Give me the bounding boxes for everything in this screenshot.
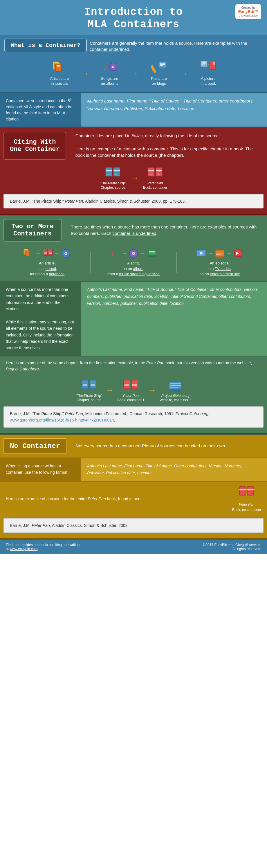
svg-text:▶: ▶: [236, 251, 239, 255]
footer-left: Find more guides and tools on citing and…: [6, 543, 79, 551]
logo-name: EasyBib™: [238, 9, 258, 14]
no-container-format-right: Author's Last name, First name. Title of…: [81, 458, 267, 481]
icon-item-book: → A picturein a book: [200, 59, 217, 86]
arrow-1: →: [81, 59, 89, 86]
svg-rect-78: [216, 257, 224, 258]
svg-rect-14: [160, 68, 165, 69]
print-example-icon: Peter PanBook, no container: [232, 485, 261, 513]
citation-box-one: Barrie, J.M. "The Pirate Ship." Peter Pa…: [3, 194, 264, 209]
what-container-section: What is a Container? Containers are gene…: [0, 35, 267, 56]
peter-pan-example-desc: Here is an example of the same chapter, …: [0, 355, 267, 376]
arrow-2: →: [130, 59, 139, 86]
diagram-arrow-1: →: [131, 173, 139, 183]
container2-label: Project GutenbergWebsite, container 2: [160, 394, 191, 403]
format-section: Containers were introduced in the 8th ed…: [0, 92, 267, 127]
journals-icon: [51, 59, 68, 74]
svg-point-67: [133, 253, 134, 254]
citing-one-description: Container titles are placed in italics, …: [70, 128, 267, 163]
print-example-text: Here is an example of a citation for the…: [6, 496, 226, 502]
container1-label: Peter PanBook, container 1: [117, 394, 144, 403]
two-containers-title: Two or MoreContainers: [3, 219, 62, 242]
diagram-arrow-3: →: [148, 386, 156, 395]
citing-one-section: Citing WithOne Container Container title…: [0, 128, 267, 214]
page-title: Introduction to MLA Containers: [3, 6, 264, 31]
two-containers-description: There are times when a source has more t…: [65, 219, 267, 241]
container-examples-row: Articles arein journals → ♪ Songs areon …: [0, 56, 267, 92]
print-example: Here is an example of a citation for the…: [0, 481, 267, 516]
svg-rect-13: [161, 68, 165, 68]
arrow-3: →: [179, 59, 188, 86]
icon-item-journals: Articles arein journals: [50, 59, 69, 86]
source-item: "The Pirate Ship"Chapter, source: [100, 166, 126, 190]
no-container-header: No Container Not every source has a cont…: [0, 435, 267, 458]
diagram-arrow-2: →: [106, 386, 114, 395]
book-label: A picturein a book: [201, 76, 216, 86]
no-container-title: No Container: [3, 438, 66, 454]
two-containers-header: Two or MoreContainers There are times wh…: [0, 215, 267, 245]
svg-rect-100: [171, 390, 180, 391]
citing-one-title: Citing WithOne Container: [3, 132, 66, 160]
svg-point-63: [65, 253, 66, 254]
svg-rect-69: [149, 255, 155, 256]
footer-right: ©2017 EasyBib™, a Chegg® service. All ri…: [203, 543, 261, 551]
svg-text:♪: ♪: [103, 61, 108, 73]
two-format-left-text: When a source has more than one containe…: [0, 282, 81, 355]
citation-text-one: Barrie, J.M. "The Pirate Ship." Peter Pa…: [10, 199, 186, 204]
icon-item-albums: ♪ Songs areon albums: [101, 59, 119, 86]
container-item: Peter PanBook, container: [143, 166, 167, 190]
example-1-label: An article,in a journal,found on a datab…: [30, 261, 65, 277]
no-container-format-left: When citing a source without a container…: [0, 458, 81, 481]
svg-text:♪: ♪: [110, 250, 114, 258]
citation-box-no-container: Barrie, J.M. Peter Pan, Aladdin Classics…: [3, 518, 264, 533]
what-container-title: What is a Container?: [4, 39, 87, 52]
citation-text-two: Barrie, J.M. "The Pirate Ship." Peter Pa…: [10, 411, 210, 423]
what-container-description: Containers are generally the item that h…: [90, 39, 263, 52]
icon-item-blogs: Posts areon blogs: [150, 59, 168, 86]
citation-box-two: Barrie, J.M. "The Pirate Ship." Peter Pa…: [3, 406, 264, 428]
example-2-label: A song,on an album,from a music streamin…: [107, 261, 160, 277]
two-containers-section: Two or MoreContainers There are times wh…: [0, 215, 267, 433]
created-by-label: Created by: [241, 6, 256, 9]
no-container-format: When citing a source without a container…: [0, 458, 267, 481]
peter-pan-diagram: "The Pirate Ship"Chapter, source → Peter…: [0, 376, 267, 404]
example-3-label: An episode,in a TV series,on an entertai…: [199, 261, 240, 277]
blogs-label: Posts areon blogs: [151, 76, 167, 86]
albums-icon: ♪: [101, 59, 119, 74]
container1-item: Peter PanBook, container 1: [117, 378, 144, 403]
container2-item: Project GutenbergWebsite, container 2: [160, 378, 191, 403]
two-format-section: When a source has more than one containe…: [0, 281, 267, 355]
albums-label: Songs areon albums: [101, 76, 119, 86]
svg-rect-50: [26, 251, 30, 256]
container-label: Peter PanBook, container: [143, 181, 167, 190]
chapter-diagram: "The Pirate Ship"Chapter, source → Peter…: [0, 163, 267, 192]
svg-rect-12: [159, 62, 166, 68]
page-header: Introduction to MLA Containers Created b…: [0, 0, 267, 35]
blogs-icon: [150, 59, 168, 74]
svg-rect-101: [169, 391, 181, 392]
footer-link[interactable]: www.easybib.com: [9, 547, 37, 551]
source-label: "The Pirate Ship"Chapter, source: [100, 181, 126, 190]
book-icon: →: [200, 59, 217, 74]
page-footer: Find more guides and tools on citing and…: [0, 540, 267, 554]
logo-sub: a Chegg service: [239, 14, 258, 17]
svg-rect-76: [215, 250, 224, 257]
format-intro-text: Containers were introduced in the 8th ed…: [0, 93, 81, 127]
source-2-label: "The Pirate Ship"Chapter, source: [76, 394, 102, 403]
journals-label: Articles arein journals: [50, 76, 69, 86]
easybib-logo: Created by EasyBib™ a Chegg service: [235, 4, 261, 19]
format-text: Author's Last name, First name. "Title o…: [81, 93, 267, 127]
svg-point-21: [202, 62, 203, 64]
svg-rect-77: [216, 257, 223, 257]
container-underline: container underlined: [90, 47, 129, 52]
source-item-2: "The Pirate Ship"Chapter, source: [76, 378, 102, 403]
two-format-right-text: Author's Last name, First name. "Title o…: [81, 282, 267, 355]
citing-one-header: Citing WithOne Container Container title…: [0, 128, 267, 163]
no-container-description: Not every source has a container! Plenty…: [70, 438, 267, 454]
svg-rect-70: [149, 256, 155, 257]
svg-point-9: [112, 66, 114, 67]
citation-text-no-container: Barrie, J.M. Peter Pan, Aladdin Classics…: [10, 523, 129, 528]
no-container-section: No Container Not every source has a cont…: [0, 435, 267, 538]
svg-rect-10: [151, 65, 157, 73]
source-examples-row: → → An article,in a jo: [0, 245, 267, 281]
